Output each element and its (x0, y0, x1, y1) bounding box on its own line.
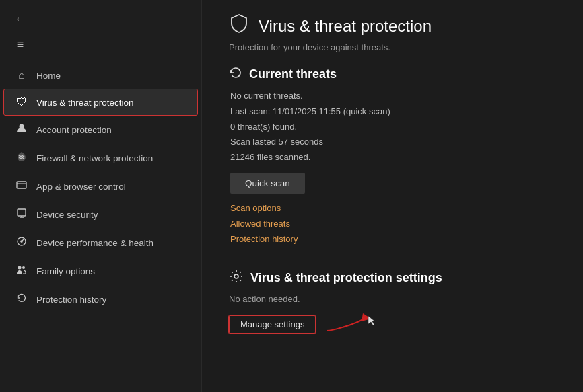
section-divider (229, 258, 556, 258)
shield-icon: 🛡 (15, 96, 28, 108)
home-icon: ⌂ (15, 69, 28, 81)
threats-body: No current threats. Last scan: 11/01/202… (229, 89, 556, 244)
page-subtitle: Protection for your device against threa… (229, 42, 556, 52)
sidebar: ← ≡ ⌂ Home 🛡 Virus & threat protection A… (0, 0, 202, 392)
device-security-icon (15, 208, 28, 221)
sidebar-item-device-security[interactable]: Device security (4, 201, 197, 228)
manage-settings-container: Manage settings (229, 311, 374, 338)
page-header-icon (229, 13, 249, 38)
back-button[interactable]: ← (11, 9, 30, 28)
page-header: Virus & threat protection (229, 13, 556, 38)
svg-rect-2 (18, 209, 26, 216)
sidebar-nav: ⌂ Home 🛡 Virus & threat protection Accou… (0, 59, 201, 316)
no-threats-text: No current threats. (230, 89, 556, 104)
main-content: Virus & threat protection Protection for… (202, 0, 583, 392)
svg-point-6 (234, 274, 238, 278)
protection-history-link[interactable]: Protection history (230, 234, 556, 244)
vt-settings-section: Virus & threat protection settings No ac… (229, 269, 556, 338)
sidebar-item-account[interactable]: Account protection (4, 116, 197, 143)
svg-rect-1 (17, 182, 26, 188)
firewall-icon (15, 151, 28, 165)
sidebar-item-label: Device performance & health (36, 238, 153, 248)
sidebar-item-label: Virus & threat protection (36, 97, 134, 108)
sidebar-item-family[interactable]: Family options (4, 258, 197, 284)
scan-options-link[interactable]: Scan options (230, 203, 556, 213)
sidebar-item-home[interactable]: ⌂ Home (4, 63, 197, 88)
sidebar-item-label: Firewall & network protection (36, 153, 153, 163)
threats-found-text: 0 threat(s) found. (230, 120, 556, 134)
threats-section-icon (229, 66, 242, 83)
sidebar-item-label: Family options (36, 266, 95, 276)
svg-marker-8 (368, 316, 374, 325)
svg-point-4 (18, 266, 22, 270)
sidebar-item-label: Account protection (36, 125, 112, 135)
performance-icon (15, 236, 28, 249)
allowed-threats-link[interactable]: Allowed threats (230, 219, 556, 229)
section-title-settings: Virus & threat protection settings (250, 271, 442, 285)
sidebar-item-label: Protection history (36, 295, 106, 305)
files-scanned-text: 21246 files scanned. (230, 151, 556, 165)
last-scan-text: Last scan: 11/01/2025 11:55 (quick scan) (230, 105, 556, 119)
scan-duration-text: Scan lasted 57 seconds (230, 135, 556, 149)
section-title-threats: Current threats (249, 67, 337, 81)
family-icon (15, 264, 28, 278)
sidebar-item-app-browser[interactable]: App & browser control (4, 173, 197, 200)
quick-scan-button[interactable]: Quick scan (230, 173, 305, 194)
svg-point-3 (21, 241, 22, 242)
red-arrow-annotation (320, 311, 374, 338)
section-header-settings: Virus & threat protection settings (229, 269, 556, 287)
sidebar-item-label: Home (36, 71, 61, 81)
sidebar-top-controls: ← ≡ (0, 7, 201, 59)
menu-button[interactable]: ≡ (11, 35, 30, 54)
history-icon (15, 292, 28, 306)
current-threats-section: Current threats No current threats. Last… (229, 66, 556, 244)
sidebar-item-performance[interactable]: Device performance & health (4, 229, 197, 256)
page-title: Virus & threat protection (259, 17, 432, 36)
browser-icon (15, 180, 28, 193)
settings-section-icon (229, 269, 244, 287)
svg-point-5 (22, 266, 25, 269)
manage-settings-button[interactable]: Manage settings (229, 315, 316, 334)
sidebar-item-protection-history[interactable]: Protection history (4, 286, 197, 313)
sidebar-item-label: Device security (36, 210, 98, 220)
account-icon (15, 123, 28, 136)
no-action-text: No action needed. (229, 294, 556, 304)
sidebar-item-label: App & browser control (36, 182, 126, 192)
section-header-threats: Current threats (229, 66, 556, 83)
sidebar-item-firewall[interactable]: Firewall & network protection (4, 145, 197, 171)
sidebar-item-virus[interactable]: 🛡 Virus & threat protection (4, 89, 197, 115)
